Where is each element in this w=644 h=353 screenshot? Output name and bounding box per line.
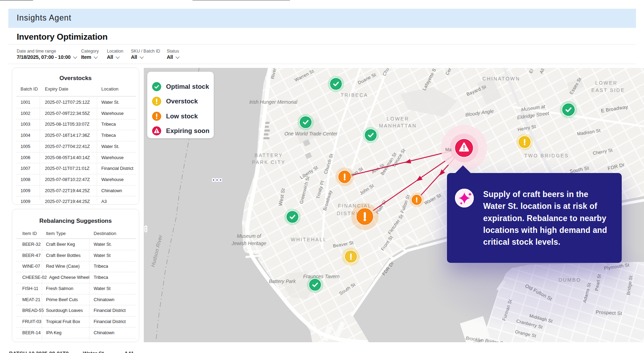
svg-text:Irish Hunger Memorial: Irish Hunger Memorial [249,99,298,105]
svg-text:TWO BRIDGES: TWO BRIDGES [524,153,569,158]
svg-text:Fraunces Tavern: Fraunces Tavern [303,274,340,279]
svg-text:Battery Park: Battery Park [269,279,296,284]
svg-text:LOWER: LOWER [387,116,409,121]
svg-text:MANHATTAN: MANHATTAN [379,123,417,128]
svg-text:One World Trade Center: One World Trade Center [284,131,338,136]
svg-text:LOWER: LOWER [595,80,618,86]
svg-text:Ma: Ma [445,147,452,152]
svg-text:WHITEHALL: WHITEHALL [291,237,327,242]
svg-text:BATTERY: BATTERY [254,152,283,158]
svg-text:TRIBECA: TRIBECA [341,92,368,98]
svg-text:EAST SIDE: EAST SIDE [591,87,625,93]
svg-text:PARK CITY: PARK CITY [252,159,285,165]
svg-text:CHINATOWN: CHINATOWN [482,76,520,81]
svg-text:Museum of: Museum of [237,233,261,239]
svg-text:Jewish Heritage: Jewish Heritage [231,241,266,246]
